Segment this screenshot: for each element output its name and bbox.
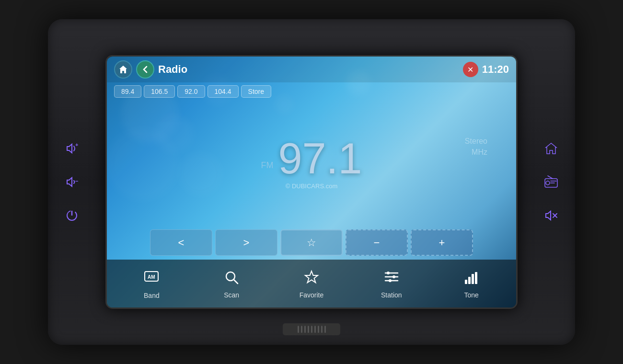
svg-text:−: − [75, 178, 78, 184]
favorite-nav-label: Favorite [300, 291, 324, 299]
top-bar-right: ✕ 11:20 [463, 62, 509, 77]
screen-title: Radio [158, 63, 187, 76]
controls-row: < > ☆ − + [107, 226, 516, 260]
svg-line-23 [548, 176, 553, 179]
nav-tone[interactable]: Tone [448, 269, 496, 299]
minus-button[interactable]: − [346, 229, 408, 256]
svg-point-20 [546, 181, 550, 185]
mhz-label: MHz [472, 148, 487, 157]
svg-point-14 [389, 279, 392, 282]
svg-point-13 [392, 275, 395, 278]
bottom-vent [283, 323, 340, 335]
top-bar-left: Radio [114, 60, 187, 79]
back-button[interactable] [136, 60, 154, 79]
mute-button[interactable] [542, 206, 561, 225]
stereo-info: Stereo MHz [465, 137, 487, 157]
nav-favorite[interactable]: Favorite [288, 269, 335, 299]
frequency-value: 97.1 [278, 137, 362, 180]
svg-rect-15 [465, 280, 467, 284]
store-button[interactable]: Store [241, 85, 271, 98]
prev-icon: < [178, 237, 185, 249]
volume-up-button[interactable]: + [62, 139, 81, 158]
car-unit: + − [48, 19, 575, 345]
left-side-controls: + − [62, 139, 81, 225]
preset-1-button[interactable]: 89.4 [114, 85, 141, 98]
band-label: FM [261, 160, 273, 171]
frequency-wrapper: FM 97.1 Stereo MHz [116, 137, 507, 180]
home-button[interactable] [114, 60, 132, 79]
svg-rect-16 [468, 277, 471, 284]
svg-rect-17 [472, 274, 474, 284]
svg-rect-18 [475, 272, 477, 284]
svg-marker-8 [305, 271, 318, 283]
svg-text:+: + [75, 142, 78, 148]
nav-station[interactable]: Station [368, 269, 415, 299]
band-nav-label: Band [144, 292, 160, 299]
star-icon: ☆ [307, 237, 316, 249]
top-bar: Radio ✕ 11:20 [107, 57, 516, 82]
favorite-ctrl-button[interactable]: ☆ [280, 229, 343, 256]
volume-down-button[interactable]: − [62, 172, 81, 192]
preset-3-button[interactable]: 92.0 [177, 85, 205, 98]
preset-2-button[interactable]: 106.5 [144, 85, 175, 98]
bottom-nav: AM Band Scan [107, 260, 516, 307]
home-right-button[interactable] [542, 139, 561, 158]
next-button[interactable]: > [215, 229, 277, 256]
station-nav-label: Station [381, 291, 402, 299]
stereo-label: Stereo [465, 137, 487, 146]
tone-icon [463, 269, 480, 289]
frequency-display: FM 97.1 [261, 137, 362, 180]
presets-row: 89.4 106.5 92.0 104.4 Store [107, 82, 516, 101]
nav-band[interactable]: AM Band [127, 269, 175, 299]
close-button[interactable]: ✕ [463, 62, 478, 77]
scan-nav-label: Scan [224, 291, 239, 299]
svg-point-12 [387, 272, 390, 274]
watermark: © DUBICARS.com [286, 182, 338, 190]
main-content: FM 97.1 Stereo MHz © DUBICARS.com [107, 101, 516, 226]
minus-icon: − [374, 237, 380, 249]
tone-nav-label: Tone [464, 291, 478, 299]
plus-icon: + [439, 237, 445, 249]
main-screen: Radio ✕ 11:20 89.4 106.5 92.0 104.4 Stor… [105, 55, 518, 309]
next-icon: > [243, 237, 250, 249]
prev-button[interactable]: < [150, 229, 212, 256]
power-button[interactable] [62, 206, 81, 225]
clock-display: 11:20 [482, 63, 509, 76]
radio-right-button[interactable] [542, 172, 561, 192]
close-icon: ✕ [467, 65, 473, 74]
band-icon: AM [143, 269, 160, 289]
station-icon [383, 269, 400, 289]
nav-scan[interactable]: Scan [208, 269, 255, 299]
svg-text:AM: AM [148, 274, 155, 280]
favorite-icon [303, 269, 320, 289]
scan-icon [223, 269, 240, 289]
right-side-controls [542, 139, 561, 225]
preset-4-button[interactable]: 104.4 [208, 85, 239, 98]
plus-button[interactable]: + [411, 229, 473, 256]
svg-line-7 [234, 280, 238, 284]
